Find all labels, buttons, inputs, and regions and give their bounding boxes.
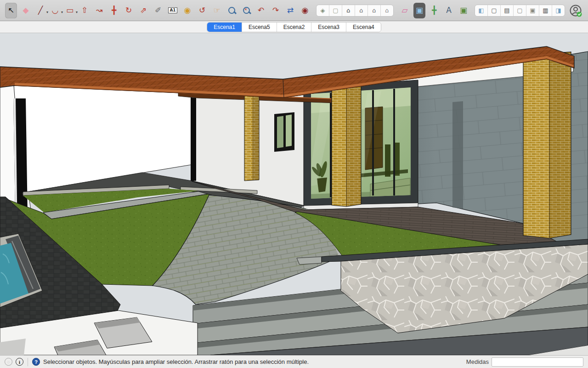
tool-previous-view-icon[interactable]: ↶ bbox=[255, 3, 267, 18]
status-bar: ◌ i ? Seleccionar objetos. Mayúsculas pa… bbox=[0, 355, 588, 368]
tool-tape-measure-icon[interactable]: ✐ bbox=[152, 3, 164, 18]
view-back-icon[interactable]: ⌂ bbox=[368, 5, 381, 16]
style-shaded-icon[interactable]: ▣ bbox=[526, 5, 539, 16]
measurements-label: Medidas bbox=[466, 358, 489, 365]
measurements-input[interactable] bbox=[492, 357, 583, 367]
tool-eraser-icon[interactable]: ◆ bbox=[20, 3, 32, 18]
sketchup-window: ↖◆╱▾◡▾▭▾⇧↝╋↻⇗✐A1◉↺☞✕↶↷⇄◉◈▢⌂⌂⌂⌂▱▣╋A▣◧▢▤▢▣… bbox=[0, 0, 588, 368]
tool-paint-bucket-icon[interactable]: ◉ bbox=[181, 3, 193, 18]
scene-tab-strip: Escena1Escena5Escena2Escena3Escena4 bbox=[0, 21, 588, 33]
style-hidden-line-icon[interactable]: ▢ bbox=[514, 5, 526, 16]
tool-dimension-icon[interactable]: A1 bbox=[167, 3, 179, 18]
tool-section-display-icon[interactable]: ▣ bbox=[413, 3, 425, 18]
view-left-icon[interactable]: ⌂ bbox=[381, 5, 393, 16]
style-x-ray-icon[interactable]: ◧ bbox=[475, 5, 488, 16]
tool-push-pull-icon[interactable]: ⇧ bbox=[79, 3, 90, 18]
tool-zoom-extents-icon[interactable]: ✕ bbox=[240, 3, 252, 18]
main-toolbar: ↖◆╱▾◡▾▭▾⇧↝╋↻⇗✐A1◉↺☞✕↶↷⇄◉◈▢⌂⌂⌂⌂▱▣╋A▣◧▢▤▢▣… bbox=[0, 0, 588, 21]
scene-tab-escena5[interactable]: Escena5 bbox=[242, 23, 277, 32]
tool-next-view-icon[interactable]: ↷ bbox=[270, 3, 282, 18]
scene-tab-escena2[interactable]: Escena2 bbox=[277, 23, 312, 32]
view-iso-icon[interactable]: ◈ bbox=[317, 5, 329, 16]
view-top-icon[interactable]: ▢ bbox=[329, 5, 342, 16]
tool-position-camera-icon[interactable]: ◉ bbox=[299, 3, 311, 18]
tool-move-icon[interactable]: ╋ bbox=[108, 3, 120, 18]
status-hint: Seleccionar objetos. Mayúsculas para amp… bbox=[43, 358, 309, 365]
tool-scale-icon[interactable]: ⇗ bbox=[137, 3, 149, 18]
tool-add-location-icon[interactable]: ▣ bbox=[458, 3, 469, 18]
geolocation-icon[interactable]: ◌ bbox=[5, 358, 12, 366]
scene-tab-escena4[interactable]: Escena4 bbox=[346, 23, 381, 32]
tool-section-plane-icon[interactable]: ▱ bbox=[399, 3, 411, 18]
viewport-canvas[interactable] bbox=[0, 33, 588, 355]
tool-select-icon[interactable]: ↖ bbox=[5, 3, 17, 18]
style-monochrome-icon[interactable]: ◨ bbox=[552, 5, 565, 16]
help-icon[interactable]: ? bbox=[32, 358, 40, 366]
viewport bbox=[0, 33, 588, 355]
tool-send-to-layout-icon[interactable]: ⇄ bbox=[284, 3, 296, 18]
tool-rotate-icon[interactable]: ↻ bbox=[123, 3, 135, 18]
view-front-icon[interactable]: ⌂ bbox=[342, 5, 355, 16]
divider bbox=[28, 358, 28, 366]
scene-tab-escena3[interactable]: Escena3 bbox=[311, 23, 346, 32]
styles-toolbar: ◧▢▤▢▣▥◨ bbox=[475, 5, 565, 17]
view-right-icon[interactable]: ⌂ bbox=[355, 5, 368, 16]
tool-axes-icon[interactable]: ╋ bbox=[428, 3, 440, 18]
tool-line-icon[interactable]: ╱▾ bbox=[34, 3, 46, 18]
tool-3d-text-icon[interactable]: A bbox=[443, 3, 455, 18]
style-wireframe-icon[interactable]: ▤ bbox=[501, 5, 514, 16]
views-toolbar: ◈▢⌂⌂⌂⌂ bbox=[316, 5, 394, 17]
tool-orbit-icon[interactable]: ↺ bbox=[196, 3, 208, 18]
style-back-edges-icon[interactable]: ▢ bbox=[488, 5, 501, 16]
tool-rectangle-icon[interactable]: ▭▾ bbox=[64, 3, 76, 18]
account-avatar[interactable] bbox=[569, 4, 582, 17]
tool-arc-icon[interactable]: ◡▾ bbox=[49, 3, 61, 18]
scene-tab-escena1[interactable]: Escena1 bbox=[207, 23, 242, 32]
tool-pan-icon[interactable]: ☞ bbox=[211, 3, 223, 18]
scene-tab-group: Escena1Escena5Escena2Escena3Escena4 bbox=[207, 22, 381, 32]
small-window bbox=[274, 112, 294, 152]
attribution-icon[interactable]: i bbox=[16, 358, 23, 366]
style-shaded-textures-icon[interactable]: ▥ bbox=[539, 5, 552, 16]
tool-zoom-icon[interactable] bbox=[226, 3, 237, 18]
tool-follow-me-icon[interactable]: ↝ bbox=[93, 3, 105, 18]
